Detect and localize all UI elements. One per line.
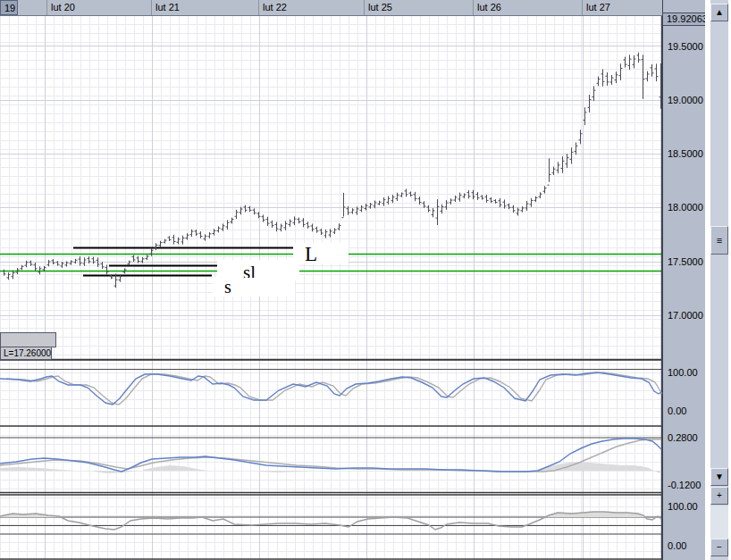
zoom-out-button[interactable]: − bbox=[710, 539, 728, 556]
price-axis[interactable]: 19.500019.000018.500018.000017.500017.00… bbox=[662, 0, 706, 560]
axis-label: 17.5000 bbox=[668, 256, 703, 267]
axis-label: 17.0000 bbox=[668, 310, 703, 321]
axis-label: 19.0000 bbox=[668, 95, 703, 105]
axis-label: 0.00 bbox=[668, 405, 686, 416]
date-cell-blank[interactable] bbox=[18, 0, 47, 15]
current-price-badge: 19.92063 bbox=[662, 13, 706, 26]
date-cell-lut-26[interactable]: lut 26 bbox=[474, 0, 583, 15]
date-cell-lut-25[interactable]: lut 25 bbox=[365, 0, 474, 15]
axis-label: -0.1200 bbox=[668, 480, 701, 490]
axis-label: 18.0000 bbox=[668, 202, 703, 213]
date-cell-lut-27[interactable]: lut 27 bbox=[583, 0, 663, 15]
scroll-down-icon[interactable]: ▼ bbox=[710, 468, 728, 486]
last-price-box: L=17.26000 bbox=[0, 347, 52, 360]
axis-label: 0.2800 bbox=[668, 432, 698, 443]
date-axis-header[interactable]: 19lut 20lut 21lut 22lut 25lut 26lut 27 bbox=[0, 0, 663, 16]
zoom-in-button[interactable]: + bbox=[710, 487, 728, 505]
axis-label: 0.00 bbox=[668, 540, 686, 551]
trading-chart-window: Lsls 19lut 20lut 21lut 22lut 25lut 26lut… bbox=[0, 0, 731, 560]
axis-label: 100.00 bbox=[668, 367, 698, 378]
axis-label: 100.00 bbox=[668, 501, 698, 512]
trade-line-label-L: L bbox=[305, 243, 317, 265]
date-cell-19[interactable]: 19 bbox=[0, 0, 18, 15]
trade-line-label-s: s bbox=[224, 277, 231, 297]
date-cell-lut-22[interactable]: lut 22 bbox=[259, 0, 365, 15]
chart-canvas: Lsls bbox=[0, 0, 662, 560]
scrollbar-thumb[interactable]: ≡ bbox=[710, 226, 728, 255]
axis-label: 19.5000 bbox=[668, 41, 703, 52]
status-box-blank bbox=[0, 332, 56, 347]
scroll-up-icon[interactable]: ▲ bbox=[710, 4, 728, 21]
date-cell-lut-21[interactable]: lut 21 bbox=[152, 0, 259, 15]
vertical-scrollbar[interactable]: ▲ ≡ ▼ + − bbox=[710, 0, 728, 560]
date-cell-lut-20[interactable]: lut 20 bbox=[47, 0, 152, 15]
scrollbar-track[interactable] bbox=[710, 506, 728, 539]
axis-label: 18.5000 bbox=[668, 148, 703, 159]
